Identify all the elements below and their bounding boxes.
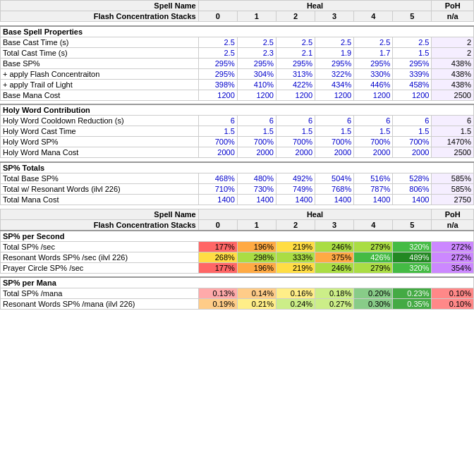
- col-5: 5: [393, 11, 432, 22]
- val-tct-4: 1.7: [354, 47, 393, 58]
- row-total-cast-time: Total Cast Time (s) 2.5 2.3 2.1 1.9 1.7 …: [1, 47, 474, 58]
- val-bsp-2: 295%: [276, 58, 315, 68]
- val-tspm-0: 0.13%: [198, 288, 237, 299]
- row-total-base-sp: Total Base SP% 468% 480% 492% 504% 516% …: [1, 173, 474, 183]
- val-bsp-1: 295%: [237, 58, 276, 68]
- col-4: 4: [354, 11, 393, 22]
- main-table: Spell Name Heal PoH Flash Concentration …: [0, 0, 474, 310]
- val-tsps-poh: 272%: [432, 241, 474, 252]
- val-rwsps-4: 426%: [354, 252, 393, 262]
- val-tmana-5: 1400: [393, 194, 432, 205]
- val-tbsp-5: 528%: [393, 173, 432, 183]
- val-hwcdr-5: 6: [393, 116, 432, 126]
- label-hw-mana: Holy Word Mana Cost: [1, 147, 199, 158]
- section-sp-totals: SP% Totals: [1, 162, 474, 173]
- val-hwsp-3: 700%: [315, 137, 354, 147]
- val-afc-poh: 438%: [432, 68, 474, 79]
- val-tsps-4: 279%: [354, 241, 393, 252]
- row-total-sp-sec: Total SP% /sec 177% 196% 219% 246% 279% …: [1, 241, 474, 252]
- val-hwct-3: 1.5: [315, 126, 354, 137]
- header2-spell-name-row: Spell Name Heal PoH: [1, 209, 474, 219]
- val-bmana-0: 1200: [198, 90, 237, 100]
- val-atol-0: 398%: [198, 79, 237, 90]
- val-tsps-2: 219%: [276, 241, 315, 252]
- label-total-base-sp: Total Base SP%: [1, 173, 199, 183]
- val-tspm-poh: 0.10%: [432, 288, 474, 299]
- label-pc-sp-sec: Prayer Circle SP% /sec: [1, 262, 199, 273]
- val-hwmana-4: 2000: [354, 147, 393, 158]
- val-afc-4: 330%: [354, 68, 393, 79]
- val-afc-3: 322%: [315, 68, 354, 79]
- val-tbsp-4: 516%: [354, 173, 393, 183]
- val-bmana-4: 1200: [354, 90, 393, 100]
- val-atol-2: 422%: [276, 79, 315, 90]
- val-atol-3: 434%: [315, 79, 354, 90]
- val-hwcdr-1: 6: [237, 116, 276, 126]
- row-base-sp: Base SP% 295% 295% 295% 295% 295% 295% 4…: [1, 58, 474, 68]
- val-bct-poh: 2: [432, 37, 474, 47]
- val-hwct-4: 1.5: [354, 126, 393, 137]
- val-bmana-5: 1200: [393, 90, 432, 100]
- val-hwmana-0: 2000: [198, 147, 237, 158]
- val-hwmana-1: 2000: [237, 147, 276, 158]
- val-rwspm-5: 0.35%: [393, 299, 432, 310]
- h2-col-3: 3: [315, 219, 354, 231]
- section-sp-per-mana: SP% per Mana: [1, 277, 474, 288]
- val-trw-0: 710%: [198, 183, 237, 194]
- val-hwsp-0: 700%: [198, 137, 237, 147]
- val-tct-0: 2.5: [198, 47, 237, 58]
- val-bsp-4: 295%: [354, 58, 393, 68]
- val-tct-5: 1.5: [393, 47, 432, 58]
- val-hwmana-2: 2000: [276, 147, 315, 158]
- val-tsps-1: 196%: [237, 241, 276, 252]
- val-hwmana-5: 2000: [393, 147, 432, 158]
- val-tbsp-0: 468%: [198, 173, 237, 183]
- val-tmana-0: 1400: [198, 194, 237, 205]
- val-rwspm-3: 0.27%: [315, 299, 354, 310]
- val-tspm-5: 0.23%: [393, 288, 432, 299]
- label-total-sp-sec: Total SP% /sec: [1, 241, 199, 252]
- val-rwspm-1: 0.21%: [237, 299, 276, 310]
- holy-word-section-label: Holy Word Contribution: [1, 104, 474, 116]
- val-bct-2: 2.5: [276, 37, 315, 47]
- val-pcsps-1: 196%: [237, 262, 276, 273]
- val-trw-3: 768%: [315, 183, 354, 194]
- val-tct-1: 2.3: [237, 47, 276, 58]
- val-trw-4: 787%: [354, 183, 393, 194]
- val-rwspm-4: 0.30%: [354, 299, 393, 310]
- h2-spell-name-label: Spell Name: [1, 209, 199, 219]
- val-tbsp-1: 480%: [237, 173, 276, 183]
- val-bsp-0: 295%: [198, 58, 237, 68]
- row-total-sp-mana: Total SP% /mana 0.13% 0.14% 0.16% 0.18% …: [1, 288, 474, 299]
- heal-label-1: Heal: [198, 1, 432, 11]
- label-rw-sp-sec: Resonant Words SP% /sec (ilvl 226): [1, 252, 199, 262]
- val-pcsps-2: 219%: [276, 262, 315, 273]
- val-hwct-1: 1.5: [237, 126, 276, 137]
- val-trw-2: 749%: [276, 183, 315, 194]
- sp-totals-section-label: SP% Totals: [1, 162, 474, 173]
- col-2: 2: [276, 11, 315, 22]
- h2-col-5: 5: [393, 219, 432, 231]
- poh-label-1: PoH: [432, 1, 474, 11]
- val-hwcdr-2: 6: [276, 116, 315, 126]
- row-apply-tol: + apply Trail of Light 398% 410% 422% 43…: [1, 79, 474, 90]
- val-hwsp-poh: 1470%: [432, 137, 474, 147]
- header2-fcs-row: Flash Concentration Stacks 0 1 2 3 4 5 n…: [1, 219, 474, 231]
- col-3: 3: [315, 11, 354, 22]
- col-0: 0: [198, 11, 237, 22]
- section-holy-word: Holy Word Contribution: [1, 104, 474, 116]
- val-tsps-3: 246%: [315, 241, 354, 252]
- val-bmana-poh: 2500: [432, 90, 474, 100]
- val-hwsp-1: 700%: [237, 137, 276, 147]
- val-bct-1: 2.5: [237, 37, 276, 47]
- val-afc-0: 295%: [198, 68, 237, 79]
- val-pcsps-0: 177%: [198, 262, 237, 273]
- row-total-rw: Total w/ Resonant Words (ilvl 226) 710% …: [1, 183, 474, 194]
- header-spell-name-row: Spell Name Heal PoH: [1, 1, 474, 11]
- val-tct-3: 1.9: [315, 47, 354, 58]
- val-rwsps-2: 333%: [276, 252, 315, 262]
- label-total-mana: Total Mana Cost: [1, 194, 199, 205]
- val-tbsp-poh: 585%: [432, 173, 474, 183]
- val-bct-3: 2.5: [315, 37, 354, 47]
- val-tmana-4: 1400: [354, 194, 393, 205]
